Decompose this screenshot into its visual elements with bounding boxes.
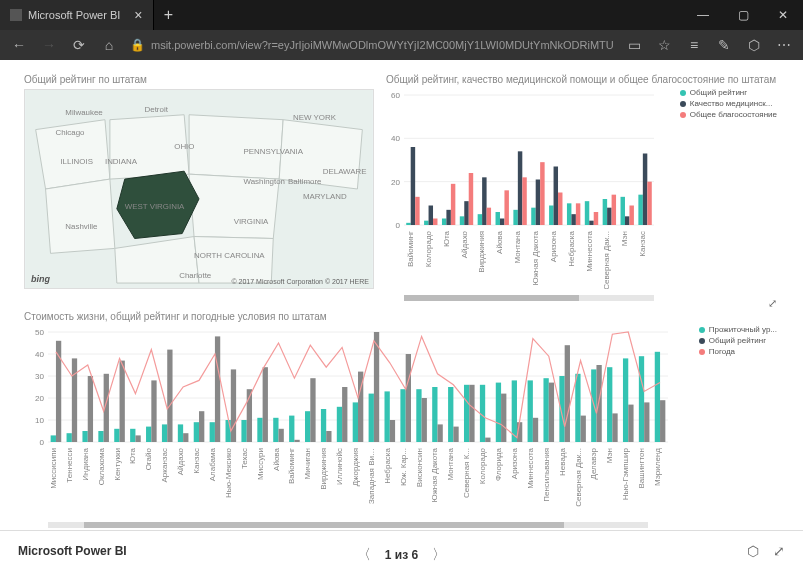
svg-rect-122 xyxy=(496,383,501,442)
refresh-button[interactable]: ⟳ xyxy=(70,36,88,54)
notes-icon[interactable]: ✎ xyxy=(715,36,733,54)
svg-rect-66 xyxy=(629,206,633,226)
chart2-scrollbar[interactable] xyxy=(48,522,648,528)
svg-text:Юта: Юта xyxy=(128,447,137,464)
svg-text:Аризона: Аризона xyxy=(549,230,558,262)
svg-rect-166 xyxy=(581,416,586,442)
svg-text:Кентукки: Кентукки xyxy=(113,448,122,481)
svg-text:Миссисипи: Миссисипи xyxy=(49,448,58,489)
svg-text:Колорадо: Колорадо xyxy=(478,447,487,484)
svg-text:PENNSYLVANIA: PENNSYLVANIA xyxy=(244,147,304,156)
svg-text:Мичиган: Мичиган xyxy=(303,448,312,479)
share-report-icon[interactable]: ⬡ xyxy=(747,543,759,559)
svg-text:40: 40 xyxy=(391,134,400,143)
svg-rect-161 xyxy=(501,394,506,442)
svg-text:Юта: Юта xyxy=(442,230,451,247)
report-canvas: Общий рейтинг по штатам Mi xyxy=(0,60,803,530)
svg-text:VIRGINIA: VIRGINIA xyxy=(234,217,269,226)
focus-mode-icon[interactable]: ⤢ xyxy=(768,297,777,310)
svg-text:Мэн: Мэн xyxy=(605,448,614,463)
footer-app-name: Microsoft Power BI xyxy=(18,544,127,558)
svg-rect-38 xyxy=(621,197,625,225)
svg-rect-148 xyxy=(294,440,299,442)
svg-rect-41 xyxy=(429,206,433,226)
svg-rect-45 xyxy=(500,219,504,226)
svg-rect-158 xyxy=(453,427,458,442)
svg-rect-141 xyxy=(183,433,188,442)
svg-text:Юж. Кар...: Юж. Кар... xyxy=(399,448,408,486)
svg-rect-97 xyxy=(98,431,103,442)
svg-rect-117 xyxy=(416,389,421,442)
svg-text:OHIO: OHIO xyxy=(174,142,194,151)
back-button[interactable]: ← xyxy=(10,36,28,54)
svg-text:Вирджиния: Вирджиния xyxy=(477,231,486,273)
map-title: Общий рейтинг по штатам xyxy=(24,74,374,85)
svg-rect-63 xyxy=(576,203,580,225)
next-page-button[interactable]: 〉 xyxy=(432,546,446,564)
svg-rect-99 xyxy=(130,429,135,442)
svg-rect-37 xyxy=(603,199,607,225)
favorite-icon[interactable]: ☆ xyxy=(655,36,673,54)
svg-rect-134 xyxy=(72,358,77,442)
svg-text:Северная Дак...: Северная Дак... xyxy=(602,231,611,289)
share-icon[interactable]: ⬡ xyxy=(745,36,763,54)
chart-cost-weather[interactable]: ⤢ Стоимость жизни, общий рейтинг и погод… xyxy=(24,311,779,528)
svg-text:Иллинойс: Иллинойс xyxy=(335,448,344,485)
svg-rect-135 xyxy=(88,376,93,442)
close-window-button[interactable]: ✕ xyxy=(763,0,803,30)
fullscreen-icon[interactable]: ⤢ xyxy=(773,543,785,559)
svg-text:Detroit: Detroit xyxy=(145,105,169,114)
svg-text:40: 40 xyxy=(35,350,44,359)
svg-rect-155 xyxy=(406,354,411,442)
chart-rating-health[interactable]: Общий рейтинг, качество медицинской помо… xyxy=(386,74,779,301)
more-icon[interactable]: ⋯ xyxy=(775,36,793,54)
svg-text:Milwaukee: Milwaukee xyxy=(65,108,103,117)
svg-rect-169 xyxy=(628,405,633,442)
svg-text:Вирджиния: Вирджиния xyxy=(319,448,328,490)
svg-text:Невада: Невада xyxy=(558,447,567,476)
svg-text:Айова: Айова xyxy=(495,230,504,253)
svg-text:30: 30 xyxy=(35,372,44,381)
svg-rect-59 xyxy=(504,190,508,225)
svg-rect-58 xyxy=(487,208,491,225)
close-tab-icon[interactable]: × xyxy=(134,7,142,23)
map-visual[interactable]: Общий рейтинг по штатам Mi xyxy=(24,74,374,301)
chart1-scrollbar[interactable] xyxy=(404,295,654,301)
svg-rect-146 xyxy=(263,367,268,442)
svg-rect-137 xyxy=(120,361,125,442)
home-button[interactable]: ⌂ xyxy=(100,36,118,54)
svg-text:20: 20 xyxy=(391,178,400,187)
browser-tab[interactable]: Microsoft Power BI × xyxy=(0,0,154,30)
svg-rect-49 xyxy=(571,214,575,225)
chart2-plot[interactable]: 01020304050МиссисипиТеннессиИндианаОклах… xyxy=(24,326,774,516)
address-bar[interactable]: 🔒 msit.powerbi.com/view?r=eyJrIjoiMWMwOD… xyxy=(130,38,613,52)
svg-text:Небраска: Небраска xyxy=(383,447,392,483)
svg-text:Мэн: Мэн xyxy=(620,231,629,246)
svg-rect-153 xyxy=(374,332,379,442)
lock-icon: 🔒 xyxy=(130,38,145,52)
forward-button[interactable]: → xyxy=(40,36,58,54)
svg-text:Техас: Техас xyxy=(240,448,249,469)
hub-icon[interactable]: ≡ xyxy=(685,36,703,54)
svg-rect-113 xyxy=(353,402,358,442)
page-navigator: 〈 1 из 6 〉 xyxy=(357,546,446,564)
reading-view-icon[interactable]: ▭ xyxy=(625,36,643,54)
map-area[interactable]: Milwaukee Chicago Detroit NEW YORK ILLIN… xyxy=(24,89,374,289)
svg-text:Nashville: Nashville xyxy=(65,222,98,231)
new-tab-button[interactable]: + xyxy=(154,6,184,24)
svg-text:Пенсильвания: Пенсильвания xyxy=(542,448,551,502)
svg-rect-101 xyxy=(162,424,167,442)
browser-navbar: ← → ⟳ ⌂ 🔒 msit.powerbi.com/view?r=eyJrIj… xyxy=(0,30,803,60)
svg-text:Монтана: Монтана xyxy=(513,230,522,263)
svg-text:Джорджия: Джорджия xyxy=(351,448,360,486)
window-titlebar: Microsoft Power BI × + — ▢ ✕ xyxy=(0,0,803,30)
prev-page-button[interactable]: 〈 xyxy=(357,546,371,564)
maximize-button[interactable]: ▢ xyxy=(723,0,763,30)
svg-text:Оклахома: Оклахома xyxy=(97,447,106,485)
svg-rect-131 xyxy=(639,356,644,442)
svg-rect-108 xyxy=(273,418,278,442)
minimize-button[interactable]: — xyxy=(683,0,723,30)
svg-text:Южная Дакота: Южная Дакота xyxy=(430,447,439,502)
svg-text:Огайо: Огайо xyxy=(144,447,153,470)
svg-text:0: 0 xyxy=(396,221,401,230)
